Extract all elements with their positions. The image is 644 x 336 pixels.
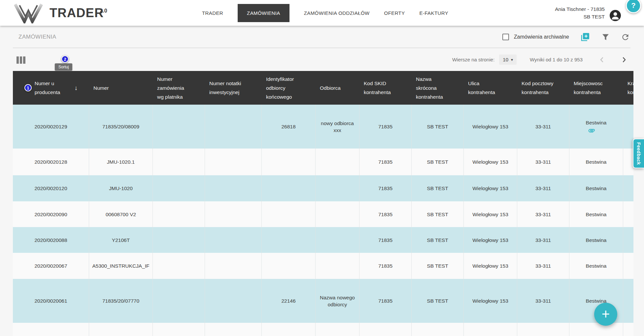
- brand: TRADER2.0: [13, 2, 111, 23]
- cell-text: Bestwina: [586, 237, 607, 244]
- help-button[interactable]: ?: [626, 0, 641, 13]
- cell-text: 71835: [378, 123, 392, 130]
- breadcrumb: ZAMÓWIENIA: [18, 34, 56, 40]
- archive-filter[interactable]: Zamówienia archiwalne: [502, 34, 569, 40]
- cell-text: 22146: [281, 297, 295, 304]
- sort-count-badge[interactable]: 2: [61, 55, 69, 63]
- cell-text: Nazwa nowego odbiorcy: [318, 294, 357, 308]
- table-cell: 33-311: [517, 105, 569, 149]
- table-cell: 71835: [359, 253, 412, 279]
- cell-text: JMU-1020: [109, 185, 133, 192]
- table-row[interactable]: 2020/002006171835/20/0777022146Nazwa now…: [13, 279, 633, 323]
- cell-text: 71835: [378, 185, 392, 192]
- table-cell: [623, 149, 633, 175]
- table-row[interactable]: 2020/0020067A5300_INSTRUKCJA_IF71835SB T…: [13, 253, 633, 279]
- dropdown-caret-icon: ▾: [511, 58, 513, 61]
- columns-icon[interactable]: [17, 56, 25, 64]
- toolbar-actions: Zamówienia archiwalne: [502, 26, 630, 48]
- cell-text: Bestwina: [586, 158, 607, 165]
- column-header[interactable]: Nazwa skrócona kontrahenta: [412, 71, 464, 105]
- table-cell: [623, 227, 633, 253]
- user-org: SB TEST: [555, 13, 605, 20]
- rows-per-page-label: Wiersze na stronie:: [452, 57, 494, 62]
- table-cell: [623, 105, 633, 149]
- table-cell: Wielogłowy 153: [464, 279, 517, 323]
- cell-text: Bestwina: [586, 185, 607, 192]
- table-cell: 2020/0020090: [13, 201, 89, 227]
- table-cell: [412, 323, 464, 336]
- feedback-tab[interactable]: Feedback: [633, 139, 644, 168]
- table-cell: 33-311: [517, 201, 569, 227]
- cell-text: 2020/0020061: [34, 297, 67, 304]
- cell-text: 71835: [378, 297, 392, 304]
- table-row[interactable]: [13, 323, 633, 336]
- column-header-label: Miejscowosc kontrahenta: [574, 79, 607, 97]
- table-cell: [153, 175, 205, 201]
- table-cell: [517, 323, 569, 336]
- archive-checkbox[interactable]: [502, 34, 509, 40]
- sort-order-badge: 1: [24, 84, 32, 91]
- user-avatar-icon[interactable]: [609, 10, 621, 21]
- add-order-fab[interactable]: +: [594, 303, 617, 326]
- cell-text: Wielogłowy 153: [472, 297, 508, 304]
- table-cell: A5300_INSTRUKCJA_IF: [89, 253, 153, 279]
- column-header[interactable]: Identyfikator odbiorcy końcowego: [262, 71, 316, 105]
- cell-text: SB TEST: [427, 211, 448, 218]
- column-header[interactable]: 1Numer u producenta↓: [13, 71, 89, 105]
- cell-text: JMU-1020.1: [107, 158, 135, 165]
- column-header[interactable]: Numer zamówienia wg platnika: [153, 71, 205, 105]
- column-header-label: Nazwa skrócona kontrahenta: [416, 75, 450, 101]
- next-page-button[interactable]: [620, 55, 628, 64]
- table-row[interactable]: 2020/0020120JMU-102071835SB TESTWielogło…: [13, 175, 633, 201]
- column-header[interactable]: Miejscowosc kontrahenta: [569, 71, 623, 105]
- table-cell: [205, 253, 262, 279]
- refresh-button[interactable]: [621, 33, 630, 42]
- table-cell: [623, 201, 633, 227]
- nav-tab-oferty[interactable]: OFERTY: [384, 10, 405, 16]
- nav-tab-zam-wienia[interactable]: ZAMÓWIENIA: [238, 4, 289, 22]
- previous-page-button[interactable]: [598, 55, 606, 64]
- table-cell: [623, 323, 633, 336]
- table-row[interactable]: 2020/002012971835/20/0800926818nowy odbi…: [13, 105, 633, 149]
- attachment-icon[interactable]: [588, 127, 595, 134]
- table-cell: 2020/0020128: [13, 149, 89, 175]
- table-row[interactable]: 2020/0020088Y2106T71835SB TESTWielogłowy…: [13, 227, 633, 253]
- table-cell: 2020/0020120: [13, 175, 89, 201]
- column-header[interactable]: Odbiorca: [316, 71, 359, 105]
- column-header[interactable]: Numer notatki inwestycyjnej: [205, 71, 262, 105]
- table-cell: 33-311: [517, 253, 569, 279]
- nav-tab-trader[interactable]: TRADER: [202, 10, 223, 16]
- table-cell: [316, 253, 359, 279]
- cell-text: 33-311: [535, 237, 551, 244]
- table-cell: Bestwina: [569, 253, 623, 279]
- table-row[interactable]: 2020/002009000608700 V271835SB TESTWielo…: [13, 201, 633, 227]
- filter-button[interactable]: [601, 33, 610, 42]
- main-nav: TRADERZAMÓWIENIAZAMÓWIENIA ODDZIAŁÓWOFER…: [202, 0, 448, 26]
- column-header[interactable]: Numer: [89, 71, 153, 105]
- table-cell: 71835: [359, 201, 412, 227]
- table-header-row: 1Numer u producenta↓NumerNumer zamówieni…: [13, 71, 633, 105]
- table-cell: 71835: [359, 227, 412, 253]
- rows-per-page-select[interactable]: 10 ▾: [499, 54, 517, 65]
- cell-text: 71835: [378, 262, 392, 269]
- cell-text: 2020/0020090: [34, 211, 67, 218]
- rows-per-page-value: 10: [503, 57, 508, 62]
- add-to-archive-button[interactable]: [580, 32, 590, 42]
- column-header-label: Ulica kontrahenta: [468, 79, 502, 97]
- cell-text: 71835/20/07770: [102, 297, 139, 304]
- column-header[interactable]: Kraj kontrahenta: [623, 71, 633, 105]
- table-cell: [153, 253, 205, 279]
- table-cell: [205, 149, 262, 175]
- column-header[interactable]: Ulica kontrahenta: [464, 71, 517, 105]
- table-cell: 33-311: [517, 279, 569, 323]
- table-cell: [623, 279, 633, 323]
- table-cell: 71835: [359, 105, 412, 149]
- nav-tab-zam-wienia-oddzia-w[interactable]: ZAMÓWIENIA ODDZIAŁÓW: [304, 10, 370, 16]
- chevron-right-icon: [620, 55, 628, 64]
- nav-tab-e-faktury[interactable]: E-FAKTURY: [420, 10, 449, 16]
- cell-text: 33-311: [535, 262, 551, 269]
- column-header[interactable]: Kod pocztowy kontrahenta: [517, 71, 569, 105]
- column-header[interactable]: Kod SKID kontrahenta: [359, 71, 412, 105]
- table-cell: SB TEST: [412, 105, 464, 149]
- table-row[interactable]: 2020/0020128JMU-1020.171835SB TESTWielog…: [13, 149, 633, 175]
